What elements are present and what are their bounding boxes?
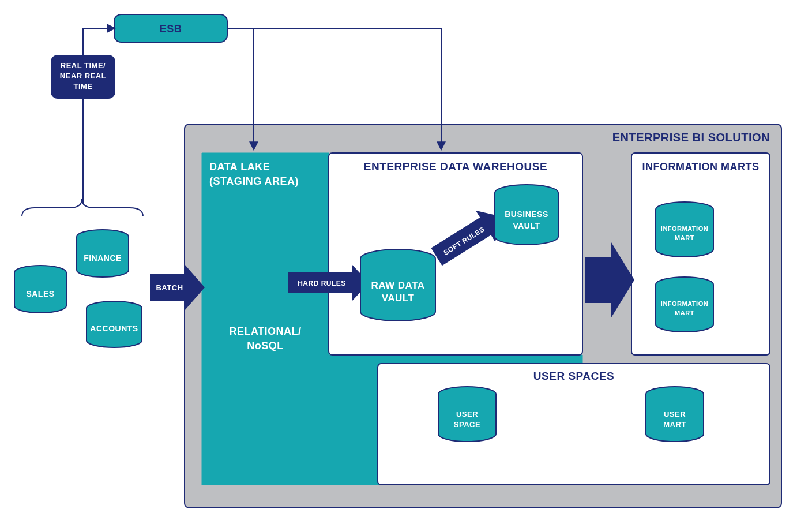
user-mart-line2: MART [663,420,686,429]
business-vault-db: BUSINESS VAULT [495,185,558,245]
info-mart-2-line2: MART [675,309,694,316]
hard-rules-label: HARD RULES [298,279,346,287]
real-time-badge: REAL TIME/ NEAR REAL TIME [51,55,115,99]
data-lake-title-line1: DATA LAKE [209,161,270,173]
finance-label: FINANCE [84,253,122,263]
user-mart-db: USER MART [646,387,704,442]
user-space-db: USER SPACE [438,387,496,442]
business-vault-line1: BUSINESS [505,210,548,219]
information-mart-1-db: INFORMATION MART [656,202,713,257]
user-spaces-title: USER SPACES [533,370,614,382]
data-lake-title-line2: (STAGING AREA) [209,175,299,187]
data-lake-sub-line1: RELATIONAL/ [229,326,301,337]
real-time-line1: REAL TIME/ [61,61,106,70]
raw-data-vault-line1: RAW DATA [371,280,424,291]
info-mart-1-line2: MART [675,234,694,241]
business-vault-line2: VAULT [513,221,540,230]
sources-brace [22,199,143,216]
batch-label: BATCH [156,283,183,292]
user-spaces-panel: USER SPACES [378,364,770,485]
accounts-db: ACCOUNTS [87,301,142,347]
info-mart-1-line1: INFORMATION [661,225,708,232]
sales-label: SALES [26,289,54,298]
user-mart-line1: USER [664,410,686,418]
info-mart-2-line1: INFORMATION [661,300,708,307]
line-realtime-to-esb [83,28,114,55]
sales-db: SALES [14,266,66,313]
data-lake-sub-line2: NoSQL [247,340,284,351]
raw-data-vault-db: RAW DATA VAULT [360,249,435,321]
user-space-line1: USER [456,410,478,418]
real-time-line2: NEAR REAL [60,72,106,80]
raw-data-vault-line2: VAULT [382,293,415,304]
finance-db: FINANCE [77,230,129,277]
esb-label: ESB [160,23,182,35]
edw-title: ENTERPRISE DATA WAREHOUSE [364,160,547,173]
information-marts-title: INFORMATION MARTS [642,161,759,173]
accounts-label: ACCOUNTS [90,324,138,333]
enterprise-bi-solution-title: ENTERPRISE BI SOLUTION [612,131,770,144]
real-time-line3: TIME [73,82,92,91]
user-space-line2: SPACE [454,420,480,429]
information-mart-2-db: INFORMATION MART [656,277,713,332]
esb-node: ESB [114,14,227,42]
